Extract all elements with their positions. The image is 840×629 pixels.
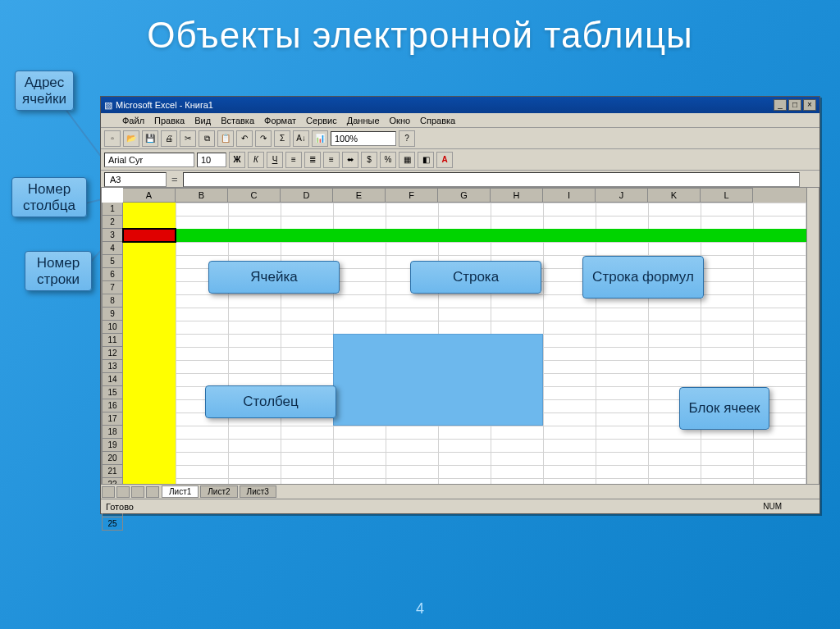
row-header[interactable]: 19 bbox=[102, 439, 123, 452]
underline-icon[interactable]: Ч bbox=[267, 152, 283, 168]
align-center-icon[interactable]: ≣ bbox=[304, 152, 321, 168]
row-header[interactable]: 12 bbox=[102, 347, 123, 360]
sum-icon[interactable]: Σ bbox=[274, 130, 290, 147]
callout-block: Блок ячеек bbox=[679, 387, 769, 430]
fill-color-icon[interactable]: ◧ bbox=[418, 152, 434, 168]
menu-data[interactable]: Данные bbox=[347, 116, 380, 125]
menu-window[interactable]: Окно bbox=[390, 116, 411, 125]
sort-asc-icon[interactable]: A↓ bbox=[293, 130, 309, 147]
sheet-tabs: Лист1 Лист2 Лист3 bbox=[101, 484, 819, 499]
callout-row-number: Номер строки bbox=[25, 251, 92, 291]
row-header[interactable]: 7 bbox=[102, 281, 123, 294]
menu-tools[interactable]: Сервис bbox=[306, 116, 337, 125]
cell-area[interactable] bbox=[123, 203, 819, 498]
help-icon[interactable]: ? bbox=[399, 130, 415, 147]
status-text: Готово bbox=[106, 502, 134, 512]
font-name-box[interactable]: Arial Cyr bbox=[104, 153, 194, 167]
row-header[interactable]: 10 bbox=[102, 321, 123, 334]
column-header[interactable]: J bbox=[596, 188, 648, 203]
maximize-button[interactable]: □ bbox=[788, 99, 801, 111]
column-header[interactable]: G bbox=[438, 188, 491, 203]
row-header[interactable]: 14 bbox=[102, 373, 123, 386]
menu-edit[interactable]: Правка bbox=[154, 116, 185, 125]
menu-help[interactable]: Справка bbox=[420, 116, 455, 125]
row-header[interactable]: 9 bbox=[102, 308, 123, 321]
row-header[interactable]: 25 bbox=[102, 517, 123, 531]
formula-bar[interactable] bbox=[183, 172, 800, 187]
row-header[interactable]: 3 bbox=[102, 229, 123, 242]
excel-title: Microsoft Excel - Книга1 bbox=[116, 100, 213, 110]
italic-icon[interactable]: К bbox=[248, 152, 264, 168]
row-header[interactable]: 17 bbox=[102, 412, 123, 426]
highlighted-column bbox=[123, 203, 176, 498]
callout-column-number: Номер столбца bbox=[11, 177, 87, 217]
row-header[interactable]: 6 bbox=[102, 268, 123, 281]
column-header[interactable]: D bbox=[281, 188, 333, 203]
menu-insert[interactable]: Вставка bbox=[221, 116, 254, 125]
column-header[interactable]: H bbox=[491, 188, 543, 203]
zoom-box[interactable]: 100% bbox=[331, 131, 396, 146]
borders-icon[interactable]: ▦ bbox=[399, 152, 415, 168]
tab-nav-prev-icon[interactable] bbox=[116, 486, 130, 498]
row-header[interactable]: 16 bbox=[102, 399, 123, 412]
sheet-tab-2[interactable]: Лист2 bbox=[200, 485, 237, 498]
status-bar: Готово NUM bbox=[101, 499, 819, 513]
open-icon[interactable]: 📂 bbox=[123, 130, 139, 147]
column-header[interactable]: B bbox=[176, 188, 228, 203]
excel-menubar: Файл Правка Вид Вставка Формат Сервис Да… bbox=[101, 113, 819, 128]
undo-icon[interactable]: ↶ bbox=[236, 130, 253, 147]
currency-icon[interactable]: $ bbox=[361, 152, 377, 168]
column-header[interactable]: F bbox=[386, 188, 438, 203]
row-header[interactable]: 4 bbox=[102, 242, 123, 255]
bold-icon[interactable]: Ж bbox=[229, 152, 245, 168]
copy-icon[interactable]: ⧉ bbox=[199, 130, 215, 147]
row-header[interactable]: 15 bbox=[102, 386, 123, 399]
row-header[interactable]: 2 bbox=[102, 216, 123, 229]
spreadsheet-grid[interactable]: ABCDEFGHIJKL 123456789101112131415161718… bbox=[101, 187, 819, 499]
cut-icon[interactable]: ✂ bbox=[180, 130, 196, 147]
row-header[interactable]: 20 bbox=[102, 452, 123, 465]
column-headers: ABCDEFGHIJKL bbox=[123, 188, 819, 203]
row-header[interactable]: 11 bbox=[102, 334, 123, 347]
sheet-tab-1[interactable]: Лист1 bbox=[162, 485, 199, 498]
menu-file[interactable]: Файл bbox=[122, 116, 144, 125]
minimize-button[interactable]: _ bbox=[774, 99, 787, 111]
new-icon[interactable]: ▫ bbox=[104, 130, 121, 147]
column-header[interactable]: E bbox=[333, 188, 386, 203]
menu-view[interactable]: Вид bbox=[194, 116, 211, 125]
tab-nav-last-icon[interactable] bbox=[146, 486, 159, 498]
row-header[interactable]: 13 bbox=[102, 360, 123, 373]
column-header[interactable]: A bbox=[123, 188, 176, 203]
merge-icon[interactable]: ⬌ bbox=[342, 152, 358, 168]
close-button[interactable]: × bbox=[803, 99, 816, 111]
print-icon[interactable]: 🖨 bbox=[161, 130, 177, 147]
tab-nav-first-icon[interactable] bbox=[102, 486, 115, 498]
row-header[interactable]: 8 bbox=[102, 294, 123, 308]
menu-format[interactable]: Формат bbox=[264, 116, 296, 125]
row-header[interactable]: 1 bbox=[102, 203, 123, 216]
name-box[interactable]: A3 bbox=[104, 172, 167, 187]
column-header[interactable]: C bbox=[228, 188, 281, 203]
align-left-icon[interactable]: ≡ bbox=[285, 152, 302, 168]
font-size-box[interactable]: 10 bbox=[197, 153, 226, 167]
excel-icon: ▧ bbox=[104, 100, 112, 111]
row-header[interactable]: 5 bbox=[102, 255, 123, 268]
column-header[interactable]: I bbox=[543, 188, 596, 203]
row-header[interactable]: 21 bbox=[102, 465, 123, 478]
column-header[interactable]: L bbox=[701, 188, 753, 203]
redo-icon[interactable]: ↷ bbox=[255, 130, 272, 147]
sheet-tab-3[interactable]: Лист3 bbox=[240, 485, 276, 498]
vertical-scrollbar[interactable] bbox=[806, 187, 819, 499]
paste-icon[interactable]: 📋 bbox=[217, 130, 234, 147]
percent-icon[interactable]: % bbox=[380, 152, 396, 168]
save-icon[interactable]: 💾 bbox=[142, 130, 158, 147]
chart-icon[interactable]: 📊 bbox=[312, 130, 328, 147]
row-headers: 1234567891011121314151617181920212223242… bbox=[102, 203, 123, 498]
toolbar-standard: ▫ 📂 💾 🖨 ✂ ⧉ 📋 ↶ ↷ Σ A↓ 📊 100% ? bbox=[101, 128, 819, 149]
tab-nav-next-icon[interactable] bbox=[131, 486, 144, 498]
excel-window: ▧ Microsoft Excel - Книга1 _ □ × Файл Пр… bbox=[100, 96, 820, 514]
font-color-icon[interactable]: A bbox=[436, 152, 453, 168]
align-right-icon[interactable]: ≡ bbox=[323, 152, 340, 168]
column-header[interactable]: K bbox=[648, 188, 701, 203]
row-header[interactable]: 18 bbox=[102, 426, 123, 439]
